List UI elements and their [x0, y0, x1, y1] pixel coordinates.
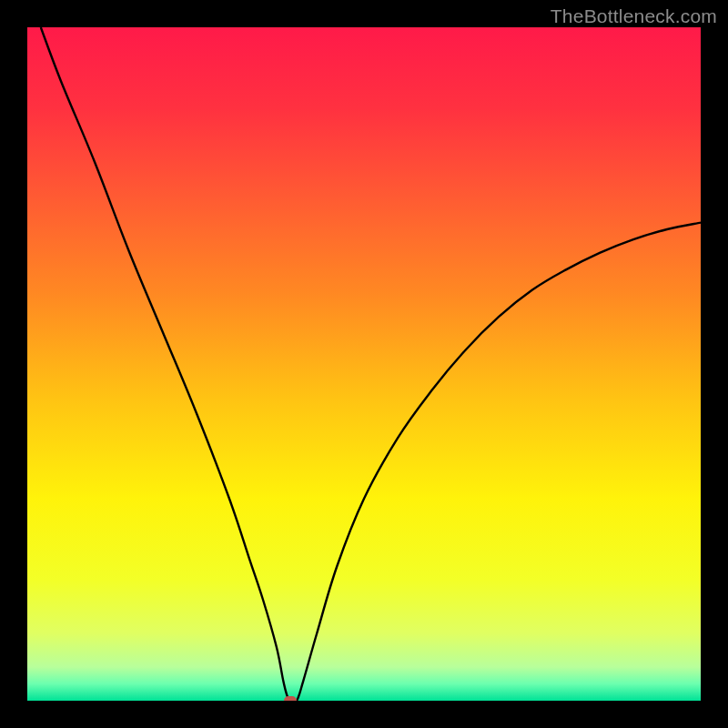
chart-frame: TheBottleneck.com — [0, 0, 728, 728]
plot-area — [27, 27, 701, 701]
curve-layer — [27, 27, 701, 701]
watermark-text: TheBottleneck.com — [551, 5, 717, 27]
optimal-point-marker — [284, 696, 297, 701]
bottleneck-curve — [41, 27, 701, 701]
